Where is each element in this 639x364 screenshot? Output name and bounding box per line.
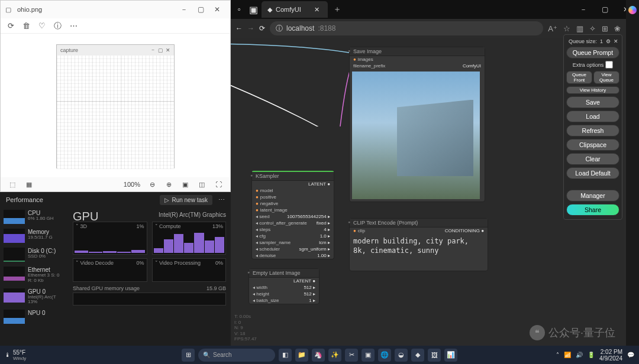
- taskmgr-icon[interactable]: 📊: [444, 349, 457, 362]
- param-control[interactable]: ◂ control_after_generatefixed ▸: [252, 220, 334, 226]
- tray-chevron-icon[interactable]: ˄: [556, 352, 559, 358]
- new-tab-button[interactable]: ＋: [330, 4, 344, 15]
- capture-max-icon[interactable]: ▢: [158, 47, 163, 53]
- node-title[interactable]: Empty Latent Image: [249, 269, 319, 278]
- image-canvas[interactable]: capture － ▢ ✕: [1, 34, 230, 178]
- manager-button[interactable]: Manager: [566, 190, 619, 202]
- sidebar-gpu[interactable]: GPU 0Intel(R) Arc(T 13%: [4, 288, 64, 306]
- refresh-button[interactable]: Refresh: [566, 125, 619, 136]
- param-steps[interactable]: ◂ steps4 ▸: [252, 226, 334, 233]
- extensions-icon[interactable]: ❀: [614, 24, 621, 33]
- browser-minimize-button[interactable]: －: [573, 1, 594, 18]
- sidebar-cpu[interactable]: CPU6% 1.80 GH: [4, 210, 64, 224]
- app-icon-3[interactable]: ◆: [411, 349, 424, 362]
- maximize-button[interactable]: ▢: [192, 2, 209, 17]
- image-viewer-titlebar[interactable]: ▢ ohio.png － ▢ ✕: [1, 1, 230, 18]
- node-clip-text-encode[interactable]: CLIP Text Encode (Prompt) ●clipCONDITION…: [349, 218, 488, 271]
- param-denoise[interactable]: ◂ denoise1.00 ▸: [252, 252, 334, 259]
- close-button[interactable]: ✕: [209, 2, 225, 17]
- share-button[interactable]: Share: [566, 204, 619, 216]
- wifi-icon[interactable]: 📶: [564, 352, 571, 358]
- node-save-image[interactable]: Save Image ●images filename_prefixComfyU…: [349, 47, 485, 202]
- profile-icon[interactable]: ◦: [233, 4, 245, 15]
- node-title[interactable]: KSampler: [252, 172, 334, 181]
- photos-icon[interactable]: 🖼: [428, 349, 441, 362]
- clipspace-button[interactable]: Clipspace: [566, 139, 619, 151]
- tab-actions-icon[interactable]: ▣: [247, 4, 259, 15]
- browser-tabstrip[interactable]: ◦ ▣ ◆ ComfyUI ✕ ＋ － ▢ ✕: [231, 0, 639, 19]
- clear-button[interactable]: Clear: [566, 153, 619, 165]
- favorites-bar-icon[interactable]: ✧: [589, 24, 596, 33]
- node-title[interactable]: Save Image: [350, 47, 485, 56]
- grid-icon[interactable]: ▦: [24, 180, 34, 189]
- browser-maximize-button[interactable]: ▢: [594, 1, 615, 18]
- battery-icon[interactable]: 🔋: [588, 352, 595, 358]
- extra-options-checkbox[interactable]: [605, 61, 613, 69]
- comfy-control-panel[interactable]: Queue size: 1 ⚙ ✕ Queue Prompt Extra opt…: [563, 34, 622, 220]
- taskbar-search[interactable]: 🔍Search: [198, 349, 275, 362]
- prompt-textarea[interactable]: [350, 234, 488, 269]
- node-ksampler[interactable]: KSampler LATENT ● ●model ●positive ●nega…: [251, 171, 334, 259]
- weather-widget[interactable]: 🌡 55°FWindy: [5, 349, 26, 361]
- address-bar[interactable]: ⓘ localhost:8188: [270, 21, 543, 35]
- load-default-button[interactable]: Load Default: [566, 167, 619, 179]
- param-scheduler[interactable]: ◂ schedulersgm_uniform ▸: [252, 246, 334, 252]
- forward-icon[interactable]: →: [247, 24, 254, 32]
- terminal-icon[interactable]: ▣: [362, 349, 375, 362]
- load-button[interactable]: Load: [566, 110, 619, 122]
- refresh-icon[interactable]: ⟳: [259, 24, 265, 32]
- param-sampler[interactable]: ◂ sampler_namelcm ▸: [252, 239, 334, 246]
- favorite-icon[interactable]: ☆: [563, 24, 570, 33]
- fullscreen-icon[interactable]: ⛶: [214, 180, 223, 189]
- queue-front-button[interactable]: Queue Front: [566, 71, 592, 84]
- volume-icon[interactable]: 🔊: [576, 352, 583, 358]
- explorer-icon[interactable]: 📁: [295, 349, 308, 362]
- more-icon[interactable]: ⋯: [218, 196, 225, 204]
- more-icon[interactable]: ⋯: [70, 21, 78, 30]
- start-button[interactable]: ⊞: [182, 349, 195, 362]
- sidebar-npu[interactable]: NPU 0: [4, 310, 64, 324]
- zoom-out-icon[interactable]: ⊖: [147, 180, 157, 189]
- zoom-in-icon[interactable]: ⊕: [164, 180, 173, 189]
- view-history-button[interactable]: View History: [566, 86, 619, 94]
- copilot-bar[interactable]: [626, 0, 639, 346]
- system-tray[interactable]: ˄ 📶 🔊 🔋 2:02 PM 4/9/2024 💬: [556, 349, 634, 362]
- queue-prompt-button[interactable]: Queue Prompt: [566, 47, 619, 58]
- read-aloud-icon[interactable]: A⁺: [548, 24, 557, 33]
- param-batch[interactable]: ◂ batch_size1 ▸: [249, 297, 319, 304]
- copilot-icon[interactable]: [628, 6, 637, 14]
- notifications-icon[interactable]: 💬: [627, 352, 634, 358]
- task-view-icon[interactable]: ◧: [279, 349, 292, 362]
- tab-close-icon[interactable]: ✕: [314, 6, 320, 14]
- param-height[interactable]: ◂ height512 ▸: [249, 291, 319, 297]
- node-title[interactable]: CLIP Text Encode (Prompt): [350, 219, 488, 228]
- delete-icon[interactable]: 🗑: [22, 21, 30, 30]
- run-new-task-button[interactable]: ▷ Run new task: [160, 195, 212, 205]
- node-empty-latent[interactable]: Empty Latent Image LATENT ● ◂ width512 ▸…: [248, 268, 320, 304]
- compare-icon[interactable]: ⬚: [8, 180, 17, 189]
- edge-icon[interactable]: 🌐: [378, 349, 391, 362]
- windows-taskbar[interactable]: 🌡 55°FWindy ⊞ 🔍Search ◧ 📁 🦄 ✨ ✂ ▣ 🌐 ◒ ◆ …: [0, 346, 639, 364]
- copilot-taskbar-icon[interactable]: ✨: [328, 349, 341, 362]
- sidebar-ethernet[interactable]: EthernetEthernet 3 S: 0 R: 0 Kb: [4, 266, 64, 284]
- gear-icon[interactable]: ⚙: [606, 38, 611, 44]
- capture-close-icon[interactable]: ✕: [166, 47, 170, 53]
- minimize-button[interactable]: －: [176, 2, 192, 17]
- param-width[interactable]: ◂ width512 ▸: [249, 284, 319, 291]
- app-icon-1[interactable]: 🦄: [312, 349, 325, 362]
- sidebar-disk[interactable]: Disk 0 (C:)SSD 0%: [4, 248, 64, 262]
- heart-icon[interactable]: ♡: [38, 21, 46, 30]
- save-button[interactable]: Save: [566, 96, 619, 108]
- info-icon[interactable]: ⓘ: [54, 21, 62, 31]
- taskbar-clock[interactable]: 2:02 PM 4/9/2024: [599, 349, 622, 362]
- back-icon[interactable]: ←: [235, 24, 243, 32]
- perf-sidebar[interactable]: CPU6% 1.80 GH Memory19.5/31.7 G Disk 0 (…: [0, 207, 68, 346]
- rotate-icon[interactable]: ⟳: [8, 21, 14, 30]
- snip-icon[interactable]: ✂: [345, 349, 358, 362]
- capture-min-icon[interactable]: －: [150, 46, 156, 54]
- param-cfg[interactable]: ◂ cfg1.0 ▸: [252, 233, 334, 239]
- collections-icon[interactable]: ⊞: [602, 24, 608, 33]
- split-icon[interactable]: ▥: [576, 24, 583, 33]
- sidebar-memory[interactable]: Memory19.5/31.7 G: [4, 229, 64, 243]
- site-info-icon[interactable]: ⓘ: [276, 24, 283, 34]
